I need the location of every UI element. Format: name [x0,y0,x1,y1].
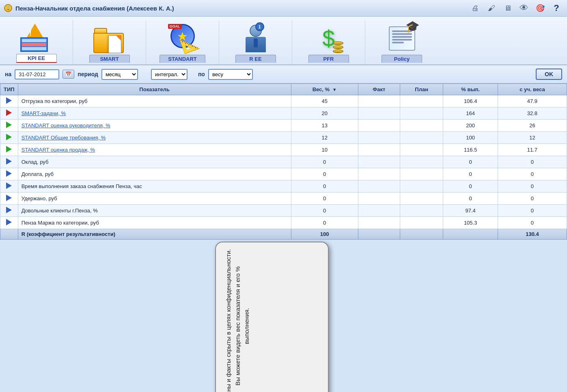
row-plan-11 [400,217,443,229]
row-pct-10: 97.4 [443,205,498,217]
col-header-fact: Факт [358,84,400,95]
row-weighted-6: 0 [498,156,567,168]
row-weighted-8: 0 [498,180,567,193]
row-type-8[interactable] [0,180,18,193]
row-name-11: Пенза Маржа по категории, руб [18,217,291,229]
nav-item-policy[interactable]: 🎓 Policy [365,21,438,64]
footer-fact [358,229,400,240]
row-type-5[interactable] [0,144,18,156]
integral-select[interactable]: интеграл. линейн. [151,69,188,80]
row-fact-9 [358,193,400,205]
expand-arrow-5[interactable] [6,146,12,152]
expand-arrow-8[interactable] [6,182,12,189]
nav-label-standart: STANDART [160,55,205,63]
expand-arrow-2[interactable] [6,109,12,116]
nav-label-policy: Policy [382,55,422,63]
row-name-7: Доплата, руб [18,168,291,180]
expand-arrow-11[interactable] [6,219,12,225]
row-weight-5: 10 [291,144,358,156]
window-title: Пенза-Начальник отдела снабжения (Алексе… [15,5,174,12]
calendar-button[interactable]: 📅 [63,70,74,79]
ok-button[interactable]: OK [536,69,562,80]
row-type-3[interactable] [0,120,18,132]
expand-arrow-6[interactable] [6,158,12,165]
table-footer-row: R (коэффициент результативности) 100 130… [0,229,567,240]
row-name-8: Время выполнения заказа снабжения Пенза,… [18,180,291,193]
row-fact-5 [358,144,400,156]
table-row: SMART-задачи, % 20 164 32.8 [0,107,567,120]
target-icon[interactable]: 🎯 [534,2,547,14]
nav-item-kpi[interactable]: ! KPI ЕЕ [0,20,73,64]
row-weighted-9: 0 [498,193,567,205]
row-weight-3: 13 [291,120,358,132]
policy-icon: 🎓 [386,24,418,53]
expand-arrow-10[interactable] [6,207,12,213]
nav-item-standart[interactable]: ★ 📐 GOAL STANDART [146,21,219,64]
row-pct-9: 0 [443,193,498,205]
row-type-6[interactable] [0,156,18,168]
tooltip-text: Планы и факты скрыты в целях конфиденциа… [224,249,252,392]
row-weight-6: 0 [291,156,358,168]
row-weight-9: 0 [291,193,358,205]
row-type-10[interactable] [0,205,18,217]
expand-arrow-1[interactable] [6,97,12,104]
expand-arrow-4[interactable] [6,134,12,140]
pfr-icon: $ [313,24,345,53]
ree-icon-area: 1 [237,22,274,55]
row-weight-7: 0 [291,168,358,180]
row-name-3: STANDART оценка руководителя, % [18,120,291,132]
table-row: Пенза Маржа по категории, руб 0 105.3 0 [0,217,567,229]
row-link-2[interactable]: SMART-задачи, % [22,110,66,116]
brush-icon[interactable]: 🖌 [485,2,498,14]
row-type-1[interactable] [0,95,18,107]
footer-pct [443,229,498,240]
row-plan-1 [400,95,443,107]
printer-icon[interactable]: 🖨 [469,2,482,14]
row-pct-3: 200 [443,120,498,132]
expand-arrow-3[interactable] [6,122,12,128]
table-row: Отгрузка по категории, руб 45 106.4 47.9 [0,95,567,107]
nav-item-smart[interactable]: SMART [73,21,146,64]
row-pct-5: 116.5 [443,144,498,156]
pfr-icon-area: $ [310,22,347,55]
row-pct-11: 105.3 [443,217,498,229]
expand-arrow-9[interactable] [6,195,12,201]
nav-item-ree[interactable]: 1 R ЕЕ [219,21,292,64]
date-label: на [5,71,11,77]
footer-plan [400,229,443,240]
by-label: по [198,71,205,77]
table-row: STANDART оценка продаж, % 10 116.5 11.7 [0,144,567,156]
row-fact-8 [358,180,400,193]
screen-icon[interactable]: 🖥 [501,2,514,14]
eye-icon[interactable]: 👁 [517,2,530,14]
period-select[interactable]: месяц квартал год [101,69,138,80]
nav-bar: ! KPI ЕЕ SMART [0,17,567,65]
nav-label-kpi: KPI ЕЕ [16,54,57,63]
row-pct-1: 106.4 [443,95,498,107]
row-link-4[interactable]: STANDART Общие требования, % [22,135,106,141]
row-type-4[interactable] [0,132,18,144]
help-icon[interactable]: ? [550,2,563,14]
row-weight-8: 0 [291,180,358,193]
row-type-11[interactable] [0,217,18,229]
row-fact-1 [358,95,400,107]
row-link-3[interactable]: STANDART оценка руководителя, % [22,122,110,129]
row-plan-5 [400,144,443,156]
row-type-9[interactable] [0,193,18,205]
row-type-7[interactable] [0,168,18,180]
expand-arrow-7[interactable] [6,170,12,177]
by-select[interactable]: весу баллам [208,69,253,80]
date-input[interactable] [15,69,59,79]
nav-item-pfr[interactable]: $ PFR [292,21,365,64]
row-link-5[interactable]: STANDART оценка продаж, % [22,147,95,153]
col-header-name: Показатель [18,84,291,95]
row-pct-8: 0 [443,180,498,193]
row-fact-11 [358,217,400,229]
row-type-2[interactable] [0,107,18,120]
row-plan-10 [400,205,443,217]
standart-icon-area: ★ 📐 GOAL [164,22,201,55]
row-pct-2: 164 [443,107,498,120]
footer-type [0,229,18,240]
kpi-icon-area: ! [18,21,55,54]
footer-label: R (коэффициент результативности) [18,229,291,240]
